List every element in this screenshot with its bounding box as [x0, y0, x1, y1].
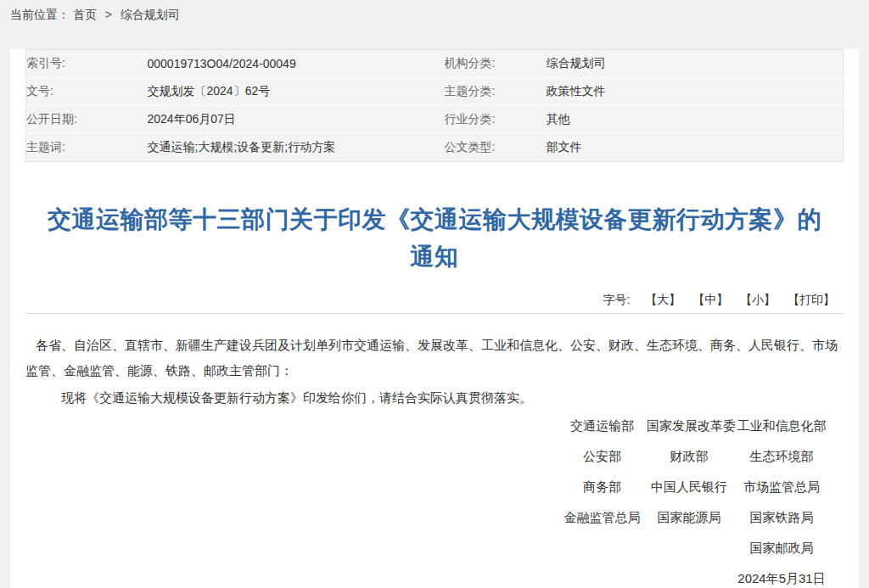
meta-value-industry-category: 其他 — [547, 106, 844, 134]
signature-agency: 工业和信息化部 — [732, 411, 832, 441]
signature-date: 2024年5月31日 — [732, 563, 832, 588]
signature-agency: 商务部 — [558, 472, 647, 502]
meta-row: 文号: 交规划发〔2024〕62号 主题分类: 政策性文件 — [26, 78, 844, 106]
meta-row: 索引号: 000019713O04/2024-00049 机构分类: 综合规划司 — [26, 50, 844, 78]
font-size-medium-button[interactable]: 【中】 — [692, 293, 728, 306]
breadcrumb-link-home[interactable]: 首页 — [73, 8, 97, 21]
signature-row: 2024年5月31日 — [558, 563, 832, 588]
breadcrumb-link-section[interactable]: 综合规划司 — [121, 8, 180, 21]
font-size-label: 字号: — [603, 293, 631, 306]
page-title: 交通运输部等十三部门关于印发《交通运输大规模设备更新行动方案》的通知 — [48, 201, 821, 276]
content-panel: 索引号: 000019713O04/2024-00049 机构分类: 综合规划司… — [10, 49, 859, 588]
breadcrumb-separator: > — [105, 8, 112, 21]
signature-agency: 国家能源局 — [647, 502, 732, 533]
meta-label-publish-date: 公开日期: — [26, 106, 148, 134]
meta-label-industry-category: 行业分类: — [445, 106, 547, 134]
signature-agency — [558, 533, 647, 563]
meta-value-topic-category: 政策性文件 — [547, 78, 844, 106]
signature-agency: 生态环境部 — [732, 441, 832, 472]
meta-value-keywords: 交通运输;大规模;设备更新;行动方案 — [148, 134, 445, 162]
font-size-large-button[interactable]: 【大】 — [645, 293, 681, 306]
meta-label-doc-type: 公文类型: — [445, 134, 547, 162]
document-body: 各省、自治区、直辖市、新疆生产建设兵团及计划单列市交通运输、发展改革、工业和信息… — [25, 333, 844, 411]
meta-row: 公开日期: 2024年06月07日 行业分类: 其他 — [26, 106, 844, 134]
print-button[interactable]: 【打印】 — [788, 293, 835, 306]
meta-value-doc-number: 交规划发〔2024〕62号 — [148, 78, 445, 106]
signature-row: 金融监管总局 国家能源局 国家铁路局 — [558, 502, 832, 533]
meta-row: 主题词: 交通运输;大规模;设备更新;行动方案 公文类型: 部文件 — [26, 134, 844, 162]
signature-agency — [647, 533, 732, 563]
meta-label-org-category: 机构分类: — [445, 50, 547, 78]
meta-value-org-category: 综合规划司 — [547, 50, 844, 78]
signature-agency: 中国人民银行 — [647, 472, 732, 502]
signature-agency: 国家铁路局 — [732, 502, 832, 533]
signature-agency: 交通运输部 — [558, 411, 647, 441]
signature-date-spacer — [558, 563, 647, 588]
signature-agency: 国家邮政局 — [732, 533, 832, 563]
breadcrumb: 当前位置： 首页 > 综合规划司 — [0, 0, 869, 36]
signature-date-spacer — [647, 563, 732, 588]
font-size-small-button[interactable]: 【小】 — [740, 293, 776, 306]
document-meta-table: 索引号: 000019713O04/2024-00049 机构分类: 综合规划司… — [25, 49, 844, 162]
signature-row: 公安部 财政部 生态环境部 — [558, 441, 832, 472]
meta-value-doc-type: 部文件 — [547, 134, 844, 162]
signature-agency: 金融监管总局 — [558, 502, 647, 533]
meta-value-index-number: 000019713O04/2024-00049 — [148, 50, 445, 78]
meta-value-publish-date: 2024年06月07日 — [148, 106, 445, 134]
meta-label-doc-number: 文号: — [26, 78, 148, 106]
notice-paragraph: 现将《交通运输大规模设备更新行动方案》印发给你们，请结合实际认真贯彻落实。 — [25, 385, 844, 411]
addressee-paragraph: 各省、自治区、直辖市、新疆生产建设兵团及计划单列市交通运输、发展改革、工业和信息… — [25, 333, 844, 384]
font-size-controls: 字号: 【大】 【中】 【小】 【打印】 — [25, 293, 844, 308]
signature-block: 交通运输部 国家发展改革委 工业和信息化部 公安部 财政部 生态环境部 商务部 … — [558, 411, 832, 588]
meta-label-topic-category: 主题分类: — [445, 78, 547, 106]
signature-agency: 财政部 — [647, 441, 732, 472]
breadcrumb-label: 当前位置： — [10, 8, 70, 21]
signature-agency: 市场监管总局 — [732, 472, 832, 502]
signature-row: 国家邮政局 — [558, 533, 832, 563]
meta-label-keywords: 主题词: — [26, 134, 148, 162]
meta-label-index-number: 索引号: — [26, 50, 148, 78]
title-divider — [25, 313, 844, 314]
signature-row: 交通运输部 国家发展改革委 工业和信息化部 — [558, 411, 832, 441]
signature-agency: 国家发展改革委 — [647, 411, 732, 441]
signature-row: 商务部 中国人民银行 市场监管总局 — [558, 472, 832, 502]
signature-agency: 公安部 — [558, 441, 647, 472]
